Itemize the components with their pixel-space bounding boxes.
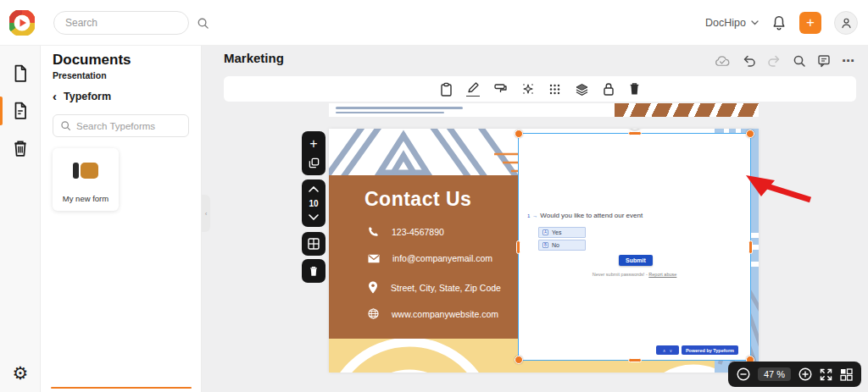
slide[interactable]: Contact Us 123-4567890 info@companyemail… xyxy=(329,129,759,373)
nav-up-icon[interactable]: ∧ xyxy=(663,348,666,353)
workspace-switcher[interactable]: DocHipo xyxy=(705,17,759,29)
question-text: Would you like to attend our event xyxy=(540,212,643,219)
dochipo-logo[interactable] xyxy=(9,10,35,36)
submit-button[interactable]: Submit xyxy=(619,255,653,266)
search-icon xyxy=(60,120,71,131)
panel-subtitle: Presentation xyxy=(53,70,107,80)
clipboard-icon[interactable] xyxy=(440,82,453,97)
typeform-question: 1 → Would you like to attend our event xyxy=(527,212,643,219)
zoom-controls: 47 % xyxy=(728,362,861,387)
location-icon xyxy=(368,281,378,294)
contact-row-email[interactable]: info@companyemail.com xyxy=(368,253,492,263)
layers-icon[interactable] xyxy=(575,83,589,96)
option-yes[interactable]: A Yes xyxy=(538,227,586,238)
form-nav-buttons[interactable]: ∧ ∨ xyxy=(656,345,679,355)
redo-button[interactable] xyxy=(767,55,782,67)
global-search xyxy=(53,11,189,35)
lock-icon[interactable] xyxy=(603,82,615,96)
previous-slide-decor xyxy=(336,107,463,116)
element-toolbar xyxy=(224,76,856,102)
sidebar-item-settings[interactable]: ⚙ xyxy=(0,357,41,389)
page-down-button[interactable] xyxy=(309,214,319,220)
workspace-label: DocHipo xyxy=(705,17,746,29)
option-label: Yes xyxy=(552,229,561,235)
create-new-button[interactable]: + xyxy=(799,12,821,34)
comment-icon[interactable] xyxy=(817,54,831,68)
disclaimer-text: Never submit passwords! xyxy=(593,272,645,277)
rotate-handle[interactable] xyxy=(627,129,642,130)
zoom-in-button[interactable] xyxy=(798,367,812,381)
page-stepper: 10 xyxy=(302,179,326,227)
typeform-search-input[interactable] xyxy=(76,121,181,131)
grid-view-button[interactable] xyxy=(302,232,326,256)
contact-text: info@companyemail.com xyxy=(392,253,492,263)
document-title: Marketing xyxy=(224,51,284,65)
back-to-typeform[interactable]: ‹ Typeform xyxy=(53,91,111,102)
more-options-button[interactable]: ⋯ xyxy=(842,53,854,69)
resize-handle-nw[interactable] xyxy=(515,130,523,138)
page-step-value: 10 xyxy=(309,199,318,208)
resize-handle-s[interactable] xyxy=(628,358,642,362)
resize-handle-w[interactable] xyxy=(516,240,520,254)
notifications-button[interactable] xyxy=(771,15,787,31)
panel-collapse-handle[interactable]: ‹ xyxy=(202,195,210,232)
form-disclaimer: Never submit passwords! - Report abuse xyxy=(519,272,750,277)
effects-sparkle-icon[interactable] xyxy=(521,82,535,96)
search-icon xyxy=(197,17,209,30)
edit-pencil-icon[interactable] xyxy=(466,81,480,97)
report-abuse-link[interactable]: Report abuse xyxy=(648,272,676,277)
resize-handle-ne[interactable] xyxy=(746,130,754,138)
pages-overview-button[interactable] xyxy=(840,368,853,381)
canvas-action-bar: ⋯ xyxy=(715,53,854,69)
user-avatar[interactable] xyxy=(834,11,858,35)
resize-handle-n[interactable] xyxy=(628,131,642,135)
page-up-button[interactable] xyxy=(309,186,319,192)
slide-heading[interactable]: Contact Us xyxy=(364,188,471,211)
question-number: 1 xyxy=(527,213,530,218)
zoom-out-button[interactable] xyxy=(737,367,750,381)
document-text-icon xyxy=(12,102,29,120)
document-icon xyxy=(12,64,29,83)
contact-row-website[interactable]: www.companywebsite.com xyxy=(368,308,498,319)
contact-row-phone[interactable]: 123-4567890 xyxy=(368,226,444,237)
nav-down-icon[interactable]: ∨ xyxy=(669,348,672,353)
global-search-input[interactable] xyxy=(65,17,197,29)
typeform-search xyxy=(53,114,189,137)
canvas-area: Marketing xyxy=(202,46,868,392)
find-icon[interactable] xyxy=(793,54,806,68)
gear-icon: ⚙ xyxy=(13,363,29,384)
previous-slide-partial[interactable] xyxy=(329,103,759,117)
typeform-item-card[interactable]: My new form xyxy=(53,148,119,211)
typeform-logo-icon xyxy=(73,163,98,179)
sidebar-item-documents-active[interactable] xyxy=(0,95,41,127)
delete-element-icon[interactable] xyxy=(628,82,641,96)
option-no[interactable]: B No xyxy=(538,240,586,251)
resize-handle-e[interactable] xyxy=(748,240,753,254)
fullscreen-button[interactable] xyxy=(820,368,832,381)
add-page-button[interactable]: + xyxy=(309,138,317,150)
topbar-right-cluster: DocHipo + xyxy=(705,0,858,46)
resize-handle-sw[interactable] xyxy=(515,356,523,364)
chevron-down-icon xyxy=(751,20,759,25)
texture-pattern-icon[interactable] xyxy=(548,83,561,96)
left-icon-rail: ⚙ xyxy=(0,46,41,392)
undo-button[interactable] xyxy=(742,55,756,67)
mail-icon xyxy=(368,254,380,263)
powered-by-typeform-badge[interactable]: Powered by Typeform xyxy=(682,345,738,355)
cloud-saved-icon xyxy=(715,55,731,68)
arrow-right-icon: → xyxy=(532,213,537,218)
contact-row-address[interactable]: Street, City, State, Zip Code xyxy=(368,281,501,294)
paint-roller-icon[interactable] xyxy=(493,82,508,96)
sidebar-item-documents-blank[interactable] xyxy=(0,58,41,90)
option-label: No xyxy=(552,242,559,248)
delete-page-button[interactable] xyxy=(302,259,326,283)
documents-panel: Documents Presentation ‹ Typeform My new… xyxy=(41,46,202,392)
sidebar-item-trash[interactable] xyxy=(0,132,41,164)
contact-text: 123-4567890 xyxy=(392,227,444,237)
grid-icon xyxy=(308,238,320,250)
typeform-embed-widget[interactable]: 1 → Would you like to attend our event A… xyxy=(519,134,750,360)
zoom-level-value[interactable]: 47 % xyxy=(758,367,791,381)
trash-icon xyxy=(12,139,29,157)
add-duplicate-toolbar: + xyxy=(302,131,326,175)
duplicate-page-button[interactable] xyxy=(309,157,320,168)
